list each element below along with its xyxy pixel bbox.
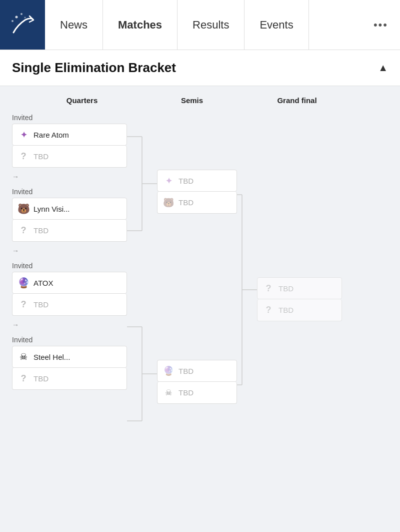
match-group-1: ✦ Rare Atom ? TBD xyxy=(12,124,127,168)
quarters-match-1: Invited ✦ Rare Atom ? TBD xyxy=(12,114,127,168)
team-name-steel-helmet: Steel Hel... xyxy=(34,353,70,361)
semi-name-2a: TBD xyxy=(178,367,194,375)
bracket-container: Quarters Semis Grand final Invited ✦ Rar… xyxy=(0,86,400,480)
semi-icon-2a: 🔮 xyxy=(162,365,174,377)
team-card-tbd-4[interactable]: ? TBD xyxy=(12,368,127,390)
team-name-tbd-1: TBD xyxy=(34,152,48,161)
question-icon-1: ? xyxy=(18,151,30,163)
logo xyxy=(0,0,45,50)
semi-team-2b[interactable]: ☠ TBD xyxy=(157,382,237,404)
invited-label-2: Invited xyxy=(12,188,127,196)
bracket-headers: Quarters Semis Grand final xyxy=(12,96,388,105)
header-quarters: Quarters xyxy=(27,96,137,105)
question-icon-2: ? xyxy=(18,225,30,237)
team-card-steel-helmet[interactable]: ☠ Steel Hel... xyxy=(12,346,127,368)
team-name-rare-atom: Rare Atom xyxy=(34,131,69,139)
semi-icon-1b: 🐻 xyxy=(162,197,174,209)
nav-tab-matches[interactable]: Matches xyxy=(103,0,178,50)
match-group-4: ☠ Steel Hel... ? TBD xyxy=(12,346,127,390)
team-card-rare-atom[interactable]: ✦ Rare Atom xyxy=(12,124,127,146)
question-icon-3: ? xyxy=(18,299,30,311)
match-group-3: 🔮 ATOX ? TBD xyxy=(12,272,127,316)
quarters-match-3: Invited 🔮 ATOX ? TBD xyxy=(12,262,127,316)
semi-match-2: 🔮 TBD ☠ TBD xyxy=(157,360,237,404)
rare-atom-icon: ✦ xyxy=(18,129,30,141)
atox-icon: 🔮 xyxy=(18,277,30,289)
final-team-1[interactable]: ? TBD xyxy=(257,277,342,299)
final-match: ? TBD ? TBD xyxy=(257,277,342,321)
header-final: Grand final xyxy=(247,96,347,105)
semi-match-1: ✦ TBD 🐻 TBD xyxy=(157,170,237,214)
semi-team-2a[interactable]: 🔮 TBD xyxy=(157,360,237,382)
semi-name-1a: TBD xyxy=(178,177,194,185)
invited-label-3: Invited xyxy=(12,262,127,270)
collapse-button[interactable]: ▲ xyxy=(378,62,388,74)
quarters-match-4: Invited ☠ Steel Hel... ? TBD xyxy=(12,336,127,390)
team-name-tbd-3: TBD xyxy=(34,300,48,309)
svg-point-1 xyxy=(20,13,22,15)
header-semis: Semis xyxy=(147,96,237,105)
svg-point-0 xyxy=(16,16,18,18)
team-name-lynn-vision: Lynn Visi... xyxy=(34,205,70,213)
arrow-1: → xyxy=(12,170,127,184)
nav-tabs: News Matches Results Events xyxy=(45,0,362,50)
semi-team-1a[interactable]: ✦ TBD xyxy=(157,170,237,192)
top-navigation: News Matches Results Events ••• xyxy=(0,0,400,50)
nav-more-button[interactable]: ••• xyxy=(362,0,400,50)
semi-name-2b: TBD xyxy=(178,388,194,397)
arrow-2: → xyxy=(12,244,127,258)
final-name-2: TBD xyxy=(278,306,294,314)
team-card-atox[interactable]: 🔮 ATOX xyxy=(12,272,127,294)
final-name-1: TBD xyxy=(278,284,294,293)
team-name-atox: ATOX xyxy=(34,279,53,287)
steel-helmet-icon: ☠ xyxy=(18,351,30,363)
final-icon-1: ? xyxy=(262,282,274,294)
final-team-2[interactable]: ? TBD xyxy=(257,299,342,321)
team-card-tbd-2[interactable]: ? TBD xyxy=(12,220,127,242)
svg-point-2 xyxy=(12,20,14,22)
right-bracket: ✦ TBD 🐻 TBD 🔮 TBD ☠ xyxy=(127,110,388,470)
semi-team-1b[interactable]: 🐻 TBD xyxy=(157,192,237,214)
lynn-vision-icon: 🐻 xyxy=(18,203,30,215)
semi-name-1b: TBD xyxy=(178,198,194,207)
team-card-lynn-vision[interactable]: 🐻 Lynn Visi... xyxy=(12,198,127,220)
section-header: Single Elimination Bracket ▲ xyxy=(0,50,400,86)
invited-label-1: Invited xyxy=(12,114,127,122)
team-name-tbd-4: TBD xyxy=(34,374,48,383)
semi-icon-1a: ✦ xyxy=(162,175,174,187)
quarters-column: Invited ✦ Rare Atom ? TBD → Invited xyxy=(12,110,127,392)
match-group-2: 🐻 Lynn Visi... ? TBD xyxy=(12,198,127,242)
team-card-tbd-1[interactable]: ? TBD xyxy=(12,146,127,168)
nav-tab-events[interactable]: Events xyxy=(244,0,308,50)
nav-tab-results[interactable]: Results xyxy=(178,0,244,50)
svg-point-3 xyxy=(24,17,26,18)
quarters-match-2: Invited 🐻 Lynn Visi... ? TBD xyxy=(12,188,127,242)
question-icon-4: ? xyxy=(18,373,30,385)
invited-label-4: Invited xyxy=(12,336,127,344)
final-icon-2: ? xyxy=(262,304,274,316)
arrow-3: → xyxy=(12,318,127,332)
team-card-tbd-3[interactable]: ? TBD xyxy=(12,294,127,316)
semi-icon-2b: ☠ xyxy=(162,387,174,399)
team-name-tbd-2: TBD xyxy=(34,226,48,235)
section-title: Single Elimination Bracket xyxy=(12,60,176,76)
nav-tab-news[interactable]: News xyxy=(45,0,103,50)
